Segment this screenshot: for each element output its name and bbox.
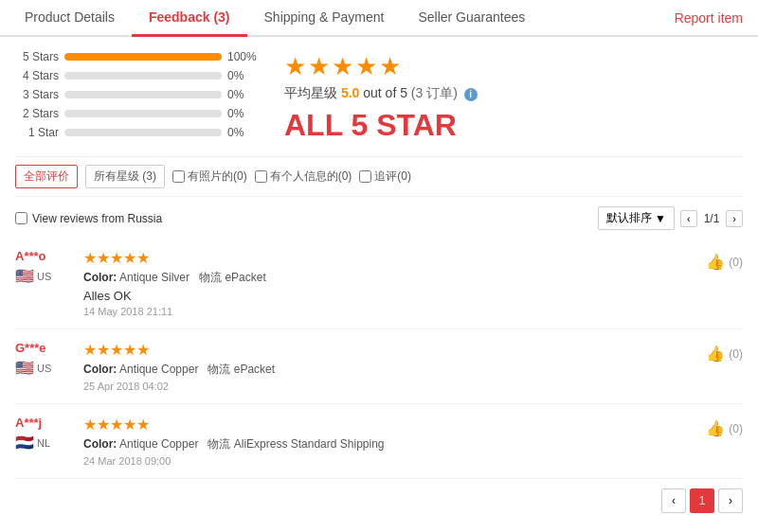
russia-checkbox[interactable]	[15, 212, 27, 224]
country-code: US	[37, 363, 51, 374]
sort-right: 默认排序 ▼ ‹ 1/1 ›	[598, 206, 743, 230]
thumb-up-icon[interactable]: 👍	[706, 419, 725, 437]
review-helpful: 👍 (0)	[706, 249, 743, 271]
bar-pct: 100%	[227, 50, 262, 63]
review-stars: ★★★★★	[83, 416, 695, 434]
review-body: ★★★★★ Color: Antique Copper 物流 AliExpres…	[83, 416, 695, 467]
rating-out-of: out of 5	[363, 85, 407, 100]
reviewer-country: 🇺🇸 US	[15, 359, 72, 377]
helpful-count: (0)	[729, 422, 743, 435]
bar-label: 5 Stars	[15, 50, 59, 63]
pagination-bottom: ‹ 1 ›	[15, 479, 743, 517]
bar-track	[64, 91, 222, 98]
info-icon[interactable]: i	[464, 88, 478, 101]
country-code: NL	[37, 437, 50, 449]
bar-label: 3 Stars	[15, 88, 59, 101]
reviewer-name: G***e	[15, 341, 72, 355]
next-page-top[interactable]: ›	[726, 210, 743, 227]
filter-personal[interactable]: 有个人信息的(0)	[255, 168, 352, 185]
country-flag: 🇺🇸	[15, 267, 34, 285]
review-date: 24 Mar 2018 09:00	[83, 455, 695, 467]
filter-followup-checkbox[interactable]	[359, 170, 371, 183]
bar-pct: 0%	[227, 126, 262, 139]
review-helpful: 👍 (0)	[706, 341, 743, 363]
page-1-btn[interactable]: 1	[690, 488, 714, 513]
tab-shipping[interactable]: Shipping & Payment	[247, 0, 402, 37]
all5star-label: ALL 5 STAR	[284, 108, 478, 143]
reviewer-country: 🇳🇱 NL	[15, 434, 72, 452]
bar-row: 4 Stars 0%	[15, 69, 262, 82]
sort-arrow-icon: ▼	[655, 212, 666, 225]
country-flag: 🇺🇸	[15, 359, 34, 377]
review-body: ★★★★★ Color: Antique Silver 物流 ePacket A…	[83, 249, 695, 317]
bar-track	[64, 72, 222, 80]
rating-summary: 5 Stars 100% 4 Stars 0% 3 Stars 0% 2 Sta…	[15, 50, 743, 145]
bar-row: 2 Stars 0%	[15, 107, 262, 120]
bar-row: 5 Stars 100%	[15, 50, 262, 63]
review-item: A***j 🇳🇱 NL ★★★★★ Color: Antique Copper …	[15, 404, 743, 479]
review-color: Color: Antique Silver 物流 ePacket	[83, 270, 695, 286]
rating-score: 5.0	[341, 85, 359, 100]
helpful-count: (0)	[729, 256, 743, 269]
review-date: 25 Apr 2018 04:02	[83, 381, 695, 392]
sort-dropdown[interactable]: 默认排序 ▼	[598, 206, 675, 230]
review-stars: ★★★★★	[83, 341, 695, 359]
review-text: Alles OK	[83, 289, 695, 303]
bar-track	[64, 129, 222, 136]
reviewer-country: 🇺🇸 US	[15, 267, 72, 285]
reviews-list: A***o 🇺🇸 US ★★★★★ Color: Antique Silver …	[15, 238, 743, 479]
thumb-up-icon[interactable]: 👍	[706, 345, 725, 363]
rating-orders: (3 订单)	[411, 85, 458, 100]
thumb-up-icon[interactable]: 👍	[706, 253, 725, 271]
review-helpful: 👍 (0)	[706, 416, 743, 437]
bar-pct: 0%	[227, 88, 262, 101]
reviewer-name: A***o	[15, 249, 72, 263]
reviewer-name: A***j	[15, 416, 72, 430]
rating-right: ★★★★★ 平均星级 5.0 out of 5 (3 订单) i ALL 5 S…	[284, 50, 478, 143]
filter-personal-checkbox[interactable]	[255, 170, 267, 183]
tab-bar: Product Details Feedback (3) Shipping & …	[0, 0, 758, 37]
bar-pct: 0%	[227, 107, 262, 120]
helpful-count: (0)	[729, 347, 743, 361]
prev-page-bottom[interactable]: ‹	[661, 488, 686, 513]
filter-followup[interactable]: 追评(0)	[359, 168, 411, 185]
filter-photo-checkbox[interactable]	[172, 170, 185, 183]
reviewer-info: G***e 🇺🇸 US	[15, 341, 72, 377]
review-date: 14 May 2018 21:11	[83, 306, 695, 317]
page-nav-top: ‹ 1/1 ›	[680, 210, 743, 227]
page-info: 1/1	[699, 210, 725, 227]
review-color: Color: Antique Copper 物流 AliExpress Stan…	[83, 436, 695, 452]
tab-seller-guarantees[interactable]: Seller Guarantees	[401, 0, 542, 37]
russia-sort-row: View reviews from Russia 默认排序 ▼ ‹ 1/1 ›	[15, 206, 743, 230]
filter-stars[interactable]: 所有星级 (3)	[85, 165, 165, 188]
review-color: Color: Antique Copper 物流 ePacket	[83, 362, 695, 378]
country-code: US	[37, 271, 51, 282]
bar-label: 2 Stars	[15, 107, 59, 120]
reviewer-info: A***j 🇳🇱 NL	[15, 416, 72, 452]
bar-row: 1 Star 0%	[15, 126, 262, 139]
review-item: A***o 🇺🇸 US ★★★★★ Color: Antique Silver …	[15, 238, 743, 329]
sort-label: 默认排序	[606, 210, 652, 226]
prev-page-top[interactable]: ‹	[680, 210, 697, 227]
filter-photo[interactable]: 有照片的(0)	[172, 168, 247, 185]
next-page-bottom[interactable]: ›	[718, 488, 743, 513]
russia-filter[interactable]: View reviews from Russia	[15, 212, 162, 225]
bar-row: 3 Stars 0%	[15, 88, 262, 101]
review-stars: ★★★★★	[83, 249, 695, 267]
tab-feedback[interactable]: Feedback (3)	[132, 0, 247, 37]
report-item-link[interactable]: Report item	[667, 1, 750, 35]
bar-label: 4 Stars	[15, 69, 59, 82]
country-flag: 🇳🇱	[15, 434, 34, 452]
rating-text: 平均星级 5.0 out of 5 (3 订单) i	[284, 85, 478, 102]
tab-product-details[interactable]: Product Details	[8, 0, 132, 37]
bar-label: 1 Star	[15, 126, 59, 139]
bar-track	[64, 53, 222, 61]
russia-label: View reviews from Russia	[32, 212, 162, 225]
review-body: ★★★★★ Color: Antique Copper 物流 ePacket 2…	[83, 341, 695, 392]
review-item: G***e 🇺🇸 US ★★★★★ Color: Antique Copper …	[15, 329, 743, 404]
filter-all[interactable]: 全部评价	[15, 165, 78, 188]
bar-track	[64, 110, 222, 117]
rating-bars: 5 Stars 100% 4 Stars 0% 3 Stars 0% 2 Sta…	[15, 50, 262, 145]
bar-fill	[64, 53, 222, 61]
bar-pct: 0%	[227, 69, 262, 82]
